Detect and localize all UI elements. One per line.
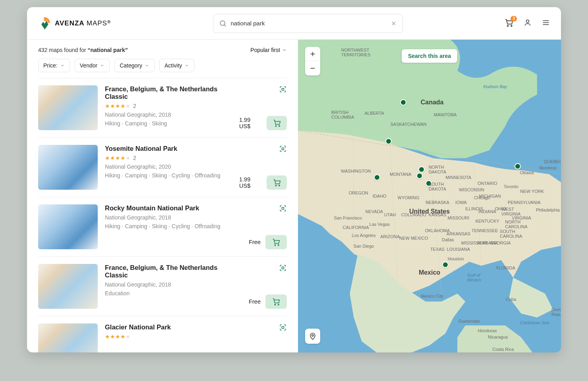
svg-point-12 [278, 244, 279, 246]
svg-rect-16 [282, 327, 284, 329]
result-tags: Hiking · Camping · Skiing · Cycling · Of… [105, 172, 232, 179]
add-to-cart-button[interactable] [265, 235, 287, 249]
account-button[interactable] [524, 19, 532, 28]
map-marker[interactable] [442, 262, 449, 268]
results-panel: 432 maps found for “national park” Popul… [27, 40, 298, 352]
svg-point-6 [279, 125, 280, 127]
results-count: 432 maps found for “national park” [38, 47, 128, 53]
minus-icon [309, 65, 316, 71]
result-item[interactable]: Yosemite National Park ★★★★★2 National G… [38, 138, 287, 197]
svg-rect-13 [282, 267, 284, 269]
add-to-cart-button[interactable] [267, 116, 287, 130]
result-title: France, Belgium, & The Netherlands Class… [105, 264, 232, 279]
menu-icon [542, 19, 550, 27]
cart-icon [273, 119, 281, 127]
svg-rect-10 [282, 208, 284, 210]
map-marker[interactable] [426, 180, 432, 187]
map-marker[interactable] [416, 173, 423, 179]
svg-point-18 [312, 335, 313, 336]
price: 1.99 US$ [239, 117, 262, 129]
expand-icon[interactable] [279, 264, 287, 272]
thumbnail [38, 145, 98, 190]
result-meta: National Geographic, 2018 [105, 112, 232, 118]
search-this-area-button[interactable]: Search this area [402, 49, 457, 63]
chevron-down-icon [60, 63, 65, 68]
svg-point-0 [220, 21, 225, 25]
result-title: France, Belgium, & The Netherlands Class… [105, 85, 232, 100]
result-item[interactable]: Rocky Mountain National Park National Ge… [38, 197, 287, 257]
map-pane[interactable]: Search this area CanadaUnited StatesMexi… [298, 40, 561, 352]
chevron-down-icon [145, 63, 149, 68]
map-marker[interactable] [400, 99, 406, 106]
chevron-down-icon [100, 63, 104, 68]
result-item[interactable]: France, Belgium, & The Netherlands Class… [38, 78, 287, 138]
search-icon [219, 19, 227, 27]
locate-button[interactable] [305, 329, 320, 344]
map-marker[interactable] [514, 163, 521, 169]
clear-icon[interactable] [391, 20, 397, 27]
svg-point-9 [279, 185, 280, 186]
map-marker[interactable] [418, 166, 425, 173]
header: AVENZA MAPS® 3 [27, 7, 561, 40]
rating: ★★★★★ [105, 333, 232, 340]
svg-rect-7 [282, 148, 284, 150]
rating: ★★★★★2 [105, 155, 232, 161]
result-meta: National Geographic, 2018 [105, 214, 232, 221]
chevron-down-icon [282, 48, 287, 52]
basemap [298, 40, 561, 352]
map-marker[interactable] [385, 138, 392, 144]
expand-icon[interactable] [279, 145, 287, 153]
filter-category[interactable]: Category [114, 59, 155, 72]
thumbnail [38, 85, 98, 130]
result-meta: National Geographic, 2018 [105, 281, 232, 288]
chevron-down-icon [184, 63, 189, 68]
add-to-cart-button[interactable] [265, 294, 287, 309]
cart-icon [272, 238, 280, 246]
svg-rect-4 [282, 89, 284, 90]
expand-icon[interactable] [279, 204, 287, 212]
logo-icon [38, 17, 51, 30]
add-to-cart-button[interactable] [267, 175, 287, 190]
map-marker[interactable] [374, 174, 380, 181]
sort-dropdown[interactable]: Popular first [250, 47, 287, 53]
svg-point-8 [275, 185, 277, 186]
result-meta: National Geographic, 2020 [105, 164, 232, 170]
zoom-in[interactable] [305, 47, 320, 61]
menu-button[interactable] [542, 19, 550, 28]
result-item[interactable]: France, Belgium, & The Netherlands Class… [38, 257, 287, 316]
expand-icon[interactable] [279, 85, 287, 93]
zoom-out[interactable] [305, 61, 320, 75]
filter-price[interactable]: Price: [38, 59, 70, 72]
plus-icon [309, 51, 316, 57]
cart-icon [273, 179, 281, 187]
result-tags: Hiking · Camping · Skiing [105, 120, 232, 127]
zoom-control [305, 47, 320, 75]
thumbnail [38, 264, 98, 309]
price: Free [249, 239, 261, 245]
expand-icon[interactable] [279, 323, 287, 331]
svg-point-2 [511, 25, 512, 26]
search-box[interactable] [213, 14, 403, 33]
svg-point-1 [507, 25, 509, 26]
svg-point-3 [526, 20, 529, 23]
search-input[interactable] [231, 20, 391, 27]
brand-logo[interactable]: AVENZA MAPS® [38, 17, 111, 30]
svg-point-15 [278, 304, 279, 305]
filter-activity[interactable]: Activity [159, 59, 194, 72]
pin-icon [309, 332, 317, 340]
cart-badge: 3 [511, 16, 517, 21]
rating: ★★★★★2 [105, 103, 232, 109]
result-tags: Hiking · Camping · Skiing · Cycling · Of… [105, 223, 232, 229]
price: 1.99 US$ [239, 176, 262, 189]
result-title: Glacier National Park [105, 323, 232, 331]
result-tags: Education [105, 290, 232, 296]
svg-point-5 [275, 125, 277, 127]
thumbnail [38, 323, 98, 352]
cart-icon [272, 298, 280, 306]
cart-button[interactable]: 3 [505, 18, 513, 29]
result-item[interactable]: Glacier National Park ★★★★★ [38, 316, 287, 352]
result-title: Rocky Mountain National Park [105, 204, 232, 212]
brand-text: AVENZA MAPS® [55, 19, 111, 27]
filter-vendor[interactable]: Vendor [75, 59, 110, 72]
result-title: Yosemite National Park [105, 145, 232, 152]
